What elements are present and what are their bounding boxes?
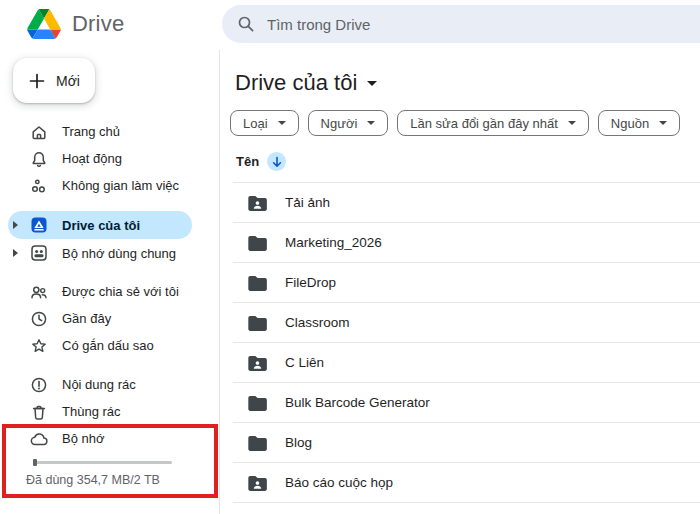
- folder-row[interactable]: Bulk Barcode Generator: [233, 383, 700, 423]
- sidebar-group-shared: Được chia sẻ với tôi Gần đây Có gắn dấu …: [0, 278, 219, 359]
- list-header: Tên: [236, 152, 286, 171]
- clock-icon: [30, 310, 48, 328]
- google-drive-app: Drive Mới Trang chủ Hoạt động: [0, 0, 700, 514]
- search-bar[interactable]: [222, 5, 700, 43]
- sidebar-item-activity[interactable]: Hoạt động: [0, 145, 219, 172]
- chevron-down-icon: [367, 121, 375, 125]
- search-icon: [237, 15, 255, 33]
- sidebar-item-label: Không gian làm việc: [62, 178, 179, 193]
- sidebar-item-workspaces[interactable]: Không gian làm việc: [0, 172, 219, 199]
- sidebar-item-label: Trang chủ: [62, 124, 120, 139]
- new-button-label: Mới: [56, 73, 80, 89]
- sidebar-item-shared-drives[interactable]: Bộ nhớ dùng chung: [0, 239, 219, 267]
- cloud-icon: [30, 430, 48, 448]
- folder-row[interactable]: Tải ảnh: [233, 183, 700, 223]
- filter-chip-label: Người: [321, 116, 358, 131]
- drive-wordmark: Drive: [72, 11, 124, 37]
- folder-name: Báo cáo cuộc họp: [285, 475, 393, 490]
- sidebar-item-my-drive[interactable]: Drive của tôi: [0, 211, 219, 239]
- filter-chip-label: Loại: [243, 116, 268, 131]
- spam-icon: [30, 376, 48, 394]
- folder-icon: [247, 394, 268, 412]
- folder-name: Classroom: [285, 315, 350, 330]
- folder-icon: [247, 234, 268, 252]
- expand-arrow-icon[interactable]: [13, 221, 18, 229]
- drive-logo-area: Drive: [27, 9, 124, 39]
- chevron-down-icon: [568, 121, 576, 125]
- shared-folder-icon: [247, 474, 268, 492]
- sidebar-group-trash: Nội dung rác Thùng rác Bộ nhớ: [0, 371, 219, 452]
- file-list: Tải ảnh Marketing_2026 FileDrop Classroo…: [233, 182, 700, 503]
- filter-chip-label: Nguồn: [611, 116, 649, 131]
- filter-chip-people[interactable]: Người: [308, 110, 389, 136]
- new-button[interactable]: Mới: [13, 58, 95, 103]
- folder-name: Marketing_2026: [285, 235, 382, 250]
- folder-row[interactable]: Classroom: [233, 303, 700, 343]
- my-drive-icon: [30, 216, 48, 234]
- folder-name: Bulk Barcode Generator: [285, 395, 430, 410]
- trash-icon: [30, 403, 48, 421]
- filter-chip-label: Lần sửa đổi gần đây nhất: [410, 116, 557, 131]
- sidebar-item-storage[interactable]: Bộ nhớ: [0, 425, 219, 452]
- sidebar-item-label: Được chia sẻ với tôi: [62, 284, 179, 299]
- expand-arrow-icon[interactable]: [13, 249, 18, 257]
- folder-name: Tải ảnh: [285, 195, 330, 210]
- folder-name: C Liên: [285, 355, 324, 370]
- sidebar-item-home[interactable]: Trang chủ: [0, 118, 219, 145]
- storage-used-indicator: [33, 459, 37, 466]
- shared-folder-icon: [247, 194, 268, 212]
- arrow-down-icon: [271, 156, 283, 168]
- folder-icon: [247, 434, 268, 452]
- folder-name: FileDrop: [285, 275, 336, 290]
- workspaces-icon: [30, 177, 48, 195]
- search-input[interactable]: [267, 16, 607, 33]
- page-title[interactable]: Drive của tôi: [235, 70, 377, 96]
- sidebar-item-label: Gần đây: [62, 311, 111, 326]
- folder-row[interactable]: C Liên: [233, 343, 700, 383]
- sidebar-item-label: Bộ nhớ: [62, 431, 105, 446]
- folder-row[interactable]: FileDrop: [233, 263, 700, 303]
- sidebar-item-recent[interactable]: Gần đây: [0, 305, 219, 332]
- filter-chips: Loại Người Lần sửa đổi gần đây nhất Nguồ…: [230, 110, 680, 136]
- plus-icon: [28, 72, 46, 90]
- sidebar-item-label: Thùng rác: [62, 404, 121, 419]
- shared-folder-icon: [247, 354, 268, 372]
- home-icon: [30, 123, 48, 141]
- people-icon: [30, 283, 48, 301]
- chevron-down-icon: [659, 121, 667, 125]
- sidebar-item-trash[interactable]: Thùng rác: [0, 398, 219, 425]
- folder-icon: [247, 314, 268, 332]
- folder-name: Blog: [285, 435, 312, 450]
- bell-icon: [30, 150, 48, 168]
- filter-chip-source[interactable]: Nguồn: [598, 110, 680, 136]
- sidebar-item-label: Bộ nhớ dùng chung: [62, 246, 176, 261]
- page-title-label: Drive của tôi: [235, 70, 357, 96]
- folder-row[interactable]: Blog: [233, 423, 700, 463]
- sidebar-divider: [219, 50, 220, 514]
- sidebar-item-shared-with-me[interactable]: Được chia sẻ với tôi: [0, 278, 219, 305]
- sidebar-group-main: Trang chủ Hoạt động Không gian làm việc: [0, 118, 219, 199]
- sidebar-item-starred[interactable]: Có gắn dấu sao: [0, 332, 219, 359]
- folder-row[interactable]: Báo cáo cuộc họp: [233, 463, 700, 503]
- sort-direction-button[interactable]: [267, 152, 286, 171]
- shared-drives-icon: [30, 244, 48, 262]
- folder-row[interactable]: Marketing_2026: [233, 223, 700, 263]
- sidebar-item-spam[interactable]: Nội dung rác: [0, 371, 219, 398]
- sidebar-item-label: Hoạt động: [62, 151, 122, 166]
- star-icon: [30, 337, 48, 355]
- name-column-header[interactable]: Tên: [236, 154, 259, 169]
- filter-chip-modified[interactable]: Lần sửa đổi gần đây nhất: [397, 110, 588, 136]
- chevron-down-icon: [367, 81, 377, 86]
- storage-usage-text: Đã dùng 354,7 MB/2 TB: [26, 473, 160, 487]
- folder-icon: [247, 274, 268, 292]
- filter-chip-type[interactable]: Loại: [230, 110, 299, 136]
- storage-progress-bar: [33, 461, 172, 464]
- chevron-down-icon: [278, 121, 286, 125]
- sidebar-item-label: Có gắn dấu sao: [62, 338, 154, 353]
- sidebar-item-label: Nội dung rác: [62, 377, 136, 392]
- sidebar-group-drives: Drive của tôi Bộ nhớ dùng chung: [0, 211, 219, 267]
- drive-logo-icon: [27, 9, 61, 39]
- sidebar-item-label: Drive của tôi: [62, 218, 140, 233]
